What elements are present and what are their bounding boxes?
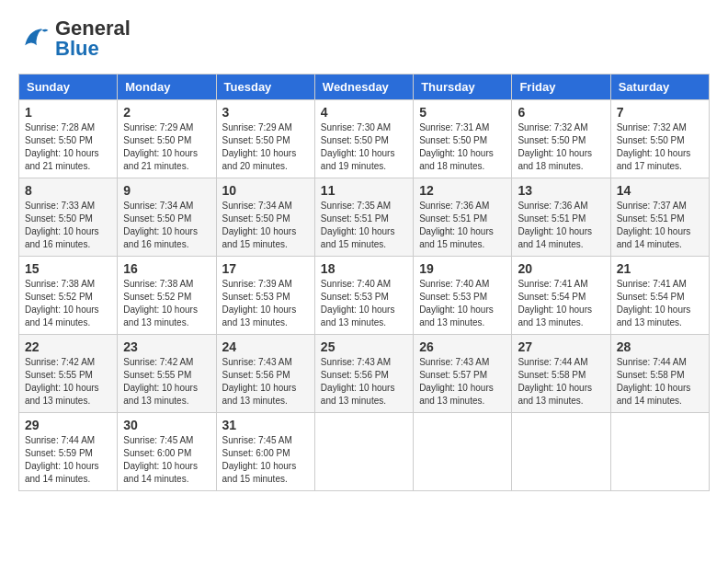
header-thursday: Thursday [414, 75, 512, 100]
day-number: 18 [321, 261, 407, 276]
day-number: 20 [518, 261, 604, 276]
day-info: Sunrise: 7:42 AM Sunset: 5:55 PM Dayligh… [25, 356, 111, 408]
day-number: 7 [617, 105, 703, 120]
day-number: 2 [123, 105, 210, 120]
day-info: Sunrise: 7:39 AM Sunset: 5:53 PM Dayligh… [222, 278, 309, 329]
day-info: Sunrise: 7:38 AM Sunset: 5:52 PM Dayligh… [123, 278, 210, 329]
calendar-day-cell: 19 Sunrise: 7:40 AM Sunset: 5:53 PM Dayl… [414, 257, 512, 335]
day-number: 26 [419, 339, 506, 354]
day-number: 13 [518, 183, 604, 198]
calendar-day-cell: 14 Sunrise: 7:37 AM Sunset: 5:51 PM Dayl… [610, 178, 709, 257]
day-number: 15 [25, 261, 111, 276]
day-number: 31 [222, 418, 309, 432]
calendar-day-cell: 16 Sunrise: 7:38 AM Sunset: 5:52 PM Dayl… [118, 257, 216, 335]
day-number: 17 [222, 261, 309, 276]
day-number: 3 [222, 105, 309, 120]
day-info: Sunrise: 7:41 AM Sunset: 5:54 PM Dayligh… [518, 278, 604, 329]
calendar-day-cell: 31 Sunrise: 7:45 AM Sunset: 6:00 PM Dayl… [216, 413, 314, 491]
day-info: Sunrise: 7:45 AM Sunset: 6:00 PM Dayligh… [222, 434, 309, 486]
calendar-week-row: 29 Sunrise: 7:44 AM Sunset: 5:59 PM Dayl… [19, 413, 710, 491]
day-info: Sunrise: 7:33 AM Sunset: 5:50 PM Dayligh… [25, 200, 111, 251]
logo-text: General Blue [55, 18, 131, 59]
day-info: Sunrise: 7:36 AM Sunset: 5:51 PM Dayligh… [518, 200, 604, 251]
day-number: 6 [518, 105, 604, 120]
calendar-day-cell: 11 Sunrise: 7:35 AM Sunset: 5:51 PM Dayl… [314, 178, 413, 257]
day-info: Sunrise: 7:38 AM Sunset: 5:52 PM Dayligh… [25, 278, 111, 329]
calendar-day-cell: 22 Sunrise: 7:42 AM Sunset: 5:55 PM Dayl… [19, 335, 118, 413]
calendar-day-cell: 25 Sunrise: 7:43 AM Sunset: 5:56 PM Dayl… [314, 335, 413, 413]
calendar-day-cell: 5 Sunrise: 7:31 AM Sunset: 5:50 PM Dayli… [414, 100, 512, 178]
day-number: 25 [321, 339, 407, 354]
day-number: 1 [25, 105, 111, 120]
day-info: Sunrise: 7:40 AM Sunset: 5:53 PM Dayligh… [321, 278, 407, 329]
day-info: Sunrise: 7:43 AM Sunset: 5:56 PM Dayligh… [321, 356, 407, 408]
header-monday: Monday [118, 75, 216, 100]
day-number: 24 [222, 339, 309, 354]
calendar-day-cell: 27 Sunrise: 7:44 AM Sunset: 5:58 PM Dayl… [512, 335, 610, 413]
day-info: Sunrise: 7:42 AM Sunset: 5:55 PM Dayligh… [123, 356, 210, 408]
calendar-day-cell: 8 Sunrise: 7:33 AM Sunset: 5:50 PM Dayli… [19, 178, 118, 257]
day-number: 10 [222, 183, 309, 198]
day-number: 28 [617, 339, 703, 354]
day-info: Sunrise: 7:28 AM Sunset: 5:50 PM Dayligh… [25, 121, 111, 173]
day-number: 29 [25, 418, 111, 432]
calendar-day-cell: 17 Sunrise: 7:39 AM Sunset: 5:53 PM Dayl… [216, 257, 314, 335]
logo: General Blue [18, 18, 131, 59]
calendar-week-row: 15 Sunrise: 7:38 AM Sunset: 5:52 PM Dayl… [19, 257, 710, 335]
day-number: 11 [321, 183, 407, 198]
day-number: 30 [123, 418, 210, 432]
empty-day-cell [610, 413, 709, 491]
calendar-day-cell: 20 Sunrise: 7:41 AM Sunset: 5:54 PM Dayl… [512, 257, 610, 335]
day-number: 27 [518, 339, 604, 354]
day-info: Sunrise: 7:30 AM Sunset: 5:50 PM Dayligh… [321, 121, 407, 173]
day-number: 8 [25, 183, 111, 198]
day-number: 23 [123, 339, 210, 354]
calendar-day-cell: 18 Sunrise: 7:40 AM Sunset: 5:53 PM Dayl… [314, 257, 413, 335]
day-info: Sunrise: 7:34 AM Sunset: 5:50 PM Dayligh… [222, 200, 309, 251]
calendar-day-cell: 6 Sunrise: 7:32 AM Sunset: 5:50 PM Dayli… [512, 100, 610, 178]
day-number: 12 [419, 183, 506, 198]
header-sunday: Sunday [19, 75, 118, 100]
day-number: 22 [25, 339, 111, 354]
calendar-day-cell: 28 Sunrise: 7:44 AM Sunset: 5:58 PM Dayl… [610, 335, 709, 413]
calendar-week-row: 1 Sunrise: 7:28 AM Sunset: 5:50 PM Dayli… [19, 100, 710, 178]
day-info: Sunrise: 7:34 AM Sunset: 5:50 PM Dayligh… [123, 200, 210, 251]
page-header: General Blue [18, 18, 710, 59]
header-saturday: Saturday [610, 75, 709, 100]
calendar-day-cell: 7 Sunrise: 7:32 AM Sunset: 5:50 PM Dayli… [610, 100, 709, 178]
calendar-day-cell: 30 Sunrise: 7:45 AM Sunset: 6:00 PM Dayl… [118, 413, 216, 491]
day-info: Sunrise: 7:32 AM Sunset: 5:50 PM Dayligh… [617, 121, 703, 173]
day-info: Sunrise: 7:43 AM Sunset: 5:57 PM Dayligh… [419, 356, 506, 408]
day-number: 16 [123, 261, 210, 276]
day-number: 9 [123, 183, 210, 198]
calendar-header-row: Sunday Monday Tuesday Wednesday Thursday… [19, 75, 710, 100]
day-info: Sunrise: 7:36 AM Sunset: 5:51 PM Dayligh… [419, 200, 506, 251]
calendar-week-row: 8 Sunrise: 7:33 AM Sunset: 5:50 PM Dayli… [19, 178, 710, 257]
header-wednesday: Wednesday [314, 75, 413, 100]
day-info: Sunrise: 7:43 AM Sunset: 5:56 PM Dayligh… [222, 356, 309, 408]
day-info: Sunrise: 7:29 AM Sunset: 5:50 PM Dayligh… [222, 121, 309, 173]
day-info: Sunrise: 7:32 AM Sunset: 5:50 PM Dayligh… [518, 121, 604, 173]
calendar-day-cell: 21 Sunrise: 7:41 AM Sunset: 5:54 PM Dayl… [610, 257, 709, 335]
day-info: Sunrise: 7:35 AM Sunset: 5:51 PM Dayligh… [321, 200, 407, 251]
day-info: Sunrise: 7:45 AM Sunset: 6:00 PM Dayligh… [123, 434, 210, 486]
day-info: Sunrise: 7:44 AM Sunset: 5:59 PM Dayligh… [25, 434, 111, 486]
empty-day-cell [414, 413, 512, 491]
day-info: Sunrise: 7:37 AM Sunset: 5:51 PM Dayligh… [617, 200, 703, 251]
calendar-day-cell: 23 Sunrise: 7:42 AM Sunset: 5:55 PM Dayl… [118, 335, 216, 413]
calendar-day-cell: 2 Sunrise: 7:29 AM Sunset: 5:50 PM Dayli… [118, 100, 216, 178]
logo-bird-icon [18, 22, 51, 55]
calendar-day-cell: 4 Sunrise: 7:30 AM Sunset: 5:50 PM Dayli… [314, 100, 413, 178]
empty-day-cell [314, 413, 413, 491]
calendar-day-cell: 24 Sunrise: 7:43 AM Sunset: 5:56 PM Dayl… [216, 335, 314, 413]
day-info: Sunrise: 7:44 AM Sunset: 5:58 PM Dayligh… [617, 356, 703, 408]
day-info: Sunrise: 7:44 AM Sunset: 5:58 PM Dayligh… [518, 356, 604, 408]
calendar-day-cell: 10 Sunrise: 7:34 AM Sunset: 5:50 PM Dayl… [216, 178, 314, 257]
day-number: 5 [419, 105, 506, 120]
calendar-day-cell: 1 Sunrise: 7:28 AM Sunset: 5:50 PM Dayli… [19, 100, 118, 178]
calendar-day-cell: 26 Sunrise: 7:43 AM Sunset: 5:57 PM Dayl… [414, 335, 512, 413]
day-number: 4 [321, 105, 407, 120]
day-info: Sunrise: 7:31 AM Sunset: 5:50 PM Dayligh… [419, 121, 506, 173]
day-number: 19 [419, 261, 506, 276]
calendar-day-cell: 15 Sunrise: 7:38 AM Sunset: 5:52 PM Dayl… [19, 257, 118, 335]
